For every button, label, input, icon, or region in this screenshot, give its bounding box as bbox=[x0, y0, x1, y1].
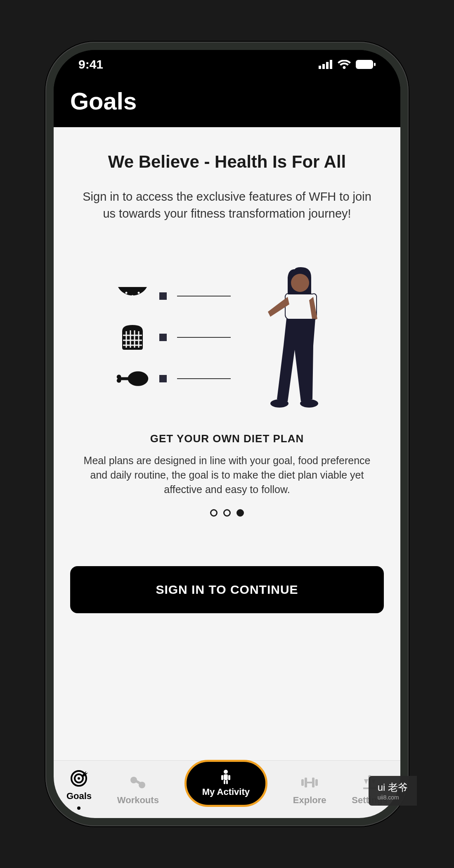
status-icons bbox=[319, 57, 376, 71]
device-notch bbox=[149, 50, 305, 73]
svg-rect-32 bbox=[224, 774, 228, 780]
svg-rect-30 bbox=[135, 779, 142, 785]
svg-rect-3 bbox=[330, 60, 332, 69]
svg-rect-5 bbox=[374, 63, 376, 66]
svg-rect-34 bbox=[228, 775, 230, 780]
status-time: 9:41 bbox=[78, 57, 103, 71]
svg-rect-36 bbox=[226, 780, 228, 784]
line-divider bbox=[177, 296, 231, 296]
tab-my-activity[interactable]: My Activity bbox=[184, 760, 267, 807]
food-item-bread bbox=[116, 327, 231, 348]
svg-rect-33 bbox=[221, 775, 223, 780]
tab-bar: Goals Workouts My Activity Explore Setti… bbox=[54, 760, 400, 818]
card-title: GET YOUR OWN DIET PLAN bbox=[70, 432, 384, 445]
svg-point-22 bbox=[291, 274, 309, 292]
food-item-watermelon bbox=[116, 286, 231, 306]
watermark-brand: ui 老爷 bbox=[378, 782, 408, 793]
svg-point-24 bbox=[300, 399, 318, 408]
svg-point-6 bbox=[125, 292, 128, 294]
screen: 9:41 Goals We Believe - Health Is For Al… bbox=[54, 50, 400, 818]
svg-point-9 bbox=[129, 299, 131, 301]
pagination-dot-3[interactable] bbox=[236, 509, 244, 517]
food-item-drumstick bbox=[116, 368, 231, 389]
person-illustration bbox=[255, 263, 338, 412]
diet-illustration bbox=[70, 263, 384, 412]
svg-point-31 bbox=[224, 770, 228, 774]
watermelon-icon bbox=[116, 286, 149, 306]
card-description: Meal plans are designed in line with you… bbox=[70, 453, 384, 497]
svg-rect-1 bbox=[322, 64, 325, 69]
signal-icon bbox=[319, 60, 333, 69]
tab-goals[interactable]: Goals bbox=[66, 769, 92, 810]
headline: We Believe - Health Is For All bbox=[70, 152, 384, 172]
svg-rect-2 bbox=[326, 62, 329, 69]
svg-rect-4 bbox=[356, 60, 373, 69]
pagination-dot-2[interactable] bbox=[223, 509, 231, 517]
bullet-icon bbox=[159, 292, 167, 300]
svg-rect-38 bbox=[305, 778, 307, 787]
svg-point-10 bbox=[135, 299, 137, 301]
content-area: We Believe - Health Is For All Sign in t… bbox=[54, 127, 400, 767]
bullet-icon bbox=[159, 334, 167, 341]
person-icon bbox=[220, 769, 232, 784]
active-indicator bbox=[77, 806, 80, 810]
tab-label: Goals bbox=[66, 791, 92, 802]
svg-point-21 bbox=[117, 378, 121, 383]
tab-label: My Activity bbox=[202, 787, 250, 797]
svg-rect-40 bbox=[312, 778, 314, 787]
sign-in-button[interactable]: SIGN IN TO CONTINUE bbox=[70, 566, 384, 613]
watermark-url: uii8.com bbox=[378, 794, 408, 801]
wifi-icon bbox=[338, 60, 351, 69]
battery-icon bbox=[356, 60, 376, 69]
tab-explore[interactable]: Explore bbox=[293, 773, 326, 806]
page-title: Goals bbox=[70, 87, 384, 115]
dumbbell-icon bbox=[129, 773, 147, 792]
tab-label: Explore bbox=[293, 795, 326, 806]
svg-point-23 bbox=[270, 399, 288, 408]
line-divider bbox=[177, 378, 231, 379]
svg-rect-39 bbox=[307, 782, 312, 783]
barbell-icon bbox=[300, 773, 319, 792]
svg-rect-35 bbox=[224, 780, 225, 784]
watermark-badge: ui 老爷 uii8.com bbox=[369, 776, 417, 806]
pagination-dots[interactable] bbox=[70, 509, 384, 517]
tab-label: Workouts bbox=[117, 795, 159, 806]
svg-point-7 bbox=[132, 295, 134, 297]
line-divider bbox=[177, 337, 231, 338]
tab-workouts[interactable]: Workouts bbox=[117, 773, 159, 806]
target-icon bbox=[70, 769, 88, 787]
pagination-dot-1[interactable] bbox=[210, 509, 218, 517]
svg-point-27 bbox=[78, 777, 80, 780]
svg-point-8 bbox=[138, 292, 140, 294]
svg-rect-0 bbox=[319, 66, 321, 69]
svg-rect-37 bbox=[301, 779, 304, 786]
food-list bbox=[116, 286, 231, 389]
svg-rect-41 bbox=[315, 779, 318, 786]
phone-frame: 9:41 Goals We Believe - Health Is For Al… bbox=[45, 42, 409, 826]
svg-point-18 bbox=[128, 371, 148, 386]
bullet-icon bbox=[159, 375, 167, 382]
drumstick-icon bbox=[116, 368, 149, 389]
subheadline: Sign in to access the exclusive features… bbox=[70, 188, 384, 222]
bread-icon bbox=[116, 327, 149, 348]
